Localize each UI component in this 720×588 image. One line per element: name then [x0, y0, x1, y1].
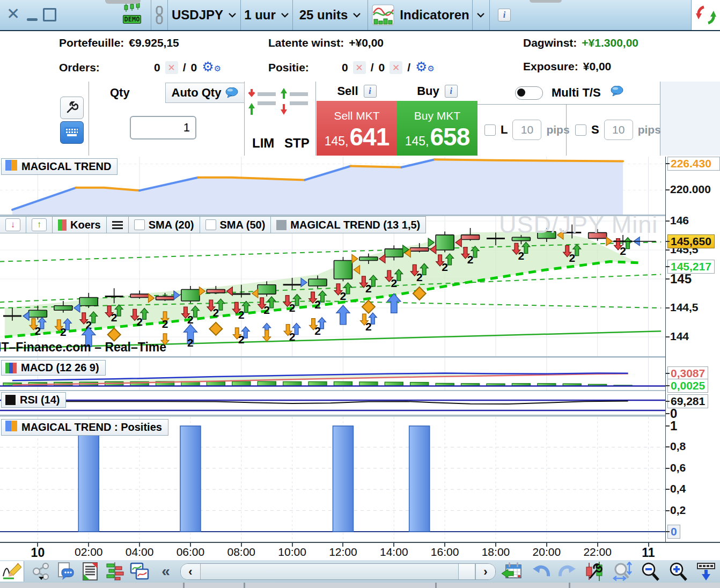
auto-qty-tab[interactable]: Auto Qty — [165, 83, 245, 103]
collapse-toolbar-button[interactable]: « — [157, 561, 175, 582]
lim-label[interactable]: LIM — [252, 136, 274, 151]
zoom-out-button[interactable] — [640, 561, 661, 582]
sma20-checkbox[interactable] — [134, 219, 145, 230]
time-axis-label: 02:00 — [75, 546, 103, 558]
koers-legend-item[interactable]: Koers — [53, 217, 107, 233]
stop-pips-cell: S pips — [575, 104, 661, 156]
chart-settings-button[interactable] — [584, 561, 605, 582]
svg-text:2: 2 — [467, 253, 474, 266]
keyboard-button[interactable] — [60, 121, 84, 144]
svg-text:2: 2 — [263, 304, 270, 316]
wrench-candles-icon — [585, 562, 604, 581]
chart-list-button[interactable] — [107, 217, 129, 233]
units-dropdown[interactable]: 25 units — [292, 0, 368, 30]
list-icon — [112, 219, 123, 231]
close-position-button-2[interactable]: ✕ — [390, 61, 402, 74]
sell-market-button[interactable]: Sell MKT 145,641 — [317, 101, 397, 156]
draw-tools-button[interactable] — [0, 561, 24, 582]
magical-trend-price-legend-item[interactable]: MAGICAL TREND (13 1,5) — [271, 217, 425, 233]
rsi-legend[interactable]: RSI (14) — [1, 392, 66, 408]
link-button[interactable] — [151, 0, 167, 30]
stop-checkbox[interactable] — [575, 124, 586, 136]
info-button[interactable]: i — [494, 0, 515, 30]
svg-text:2: 2 — [60, 326, 67, 338]
positions-legend[interactable]: MAGICAL TREND : Posities — [1, 419, 168, 436]
chevron-down-icon — [229, 13, 236, 18]
position-field: Positie: 0 ✕ / 0 ✕ / ⚙⚙ — [268, 60, 435, 75]
orders-settings-button[interactable]: ⚙⚙ — [202, 60, 221, 75]
order-book-button[interactable] — [104, 561, 126, 582]
stop-order-icon[interactable] — [280, 88, 311, 116]
stp-label[interactable]: STP — [284, 136, 310, 151]
scrollbar-track[interactable] — [201, 564, 458, 579]
buy-market-button[interactable]: Buy MKT 145,658 — [397, 101, 477, 156]
redo-button[interactable] — [557, 561, 578, 582]
svg-text:2: 2 — [289, 302, 296, 314]
svg-text:2: 2 — [187, 313, 194, 326]
svg-text:2: 2 — [238, 333, 245, 346]
bottom-toolbar: « ‹ › — [0, 559, 720, 583]
sell-info-icon[interactable]: i — [364, 85, 377, 98]
latent-profit-field: Latente winst: +¥0,00 — [268, 36, 384, 49]
indicators-button[interactable]: Indicatoren — [370, 0, 471, 30]
rsi-chart[interactable] — [0, 391, 665, 415]
scroll-left-button[interactable]: ‹ — [181, 564, 201, 579]
limit-order-icon[interactable] — [248, 88, 279, 116]
share-button[interactable] — [30, 561, 52, 582]
instrument-dropdown[interactable]: USDJPY — [167, 0, 240, 30]
position-settings-button[interactable]: ⚙⚙ — [415, 60, 435, 75]
stop-pips-input[interactable] — [604, 120, 633, 140]
zoom-in-button[interactable] — [667, 561, 689, 582]
sma50-legend-item[interactable]: SMA (50) — [200, 217, 271, 233]
indicators-expand-button[interactable] — [472, 0, 489, 30]
magical-trend-legend[interactable]: MAGICAL TREND — [1, 158, 117, 175]
time-axis-label: 10:00 — [278, 546, 306, 558]
svg-text:2: 2 — [213, 306, 219, 319]
scroll-right-button[interactable]: › — [475, 564, 495, 579]
positions-legend-label: MAGICAL TREND : Posities — [21, 421, 162, 433]
news-button[interactable] — [79, 561, 101, 582]
qty-input[interactable] — [130, 116, 196, 139]
close-position-button[interactable]: ✕ — [353, 61, 366, 74]
cancel-orders-button[interactable]: ✕ — [165, 61, 178, 74]
link-icon — [155, 6, 164, 24]
undo-button[interactable] — [530, 561, 552, 582]
svg-text:2: 2 — [340, 290, 347, 302]
sell-shortcut-button[interactable]: ↓ — [0, 217, 26, 233]
draw-chart-icon — [2, 562, 21, 580]
refresh-button[interactable] — [691, 0, 720, 30]
price-axis[interactable]: 226.430220.000146145,5145,650145,2171451… — [665, 157, 720, 542]
macd-legend[interactable]: MACD (12 26 9) — [1, 360, 106, 376]
buy-info-icon[interactable]: i — [445, 85, 458, 98]
chart-scrollbar[interactable]: ‹ › — [180, 563, 496, 580]
duplicate-chart-button[interactable] — [129, 561, 150, 582]
portfolio-label: Portefeuille: — [59, 36, 124, 49]
price-chart-legend: ↓ ↑ Koers SMA (20) SMA (50) MAGICAL TREN… — [0, 216, 426, 233]
export-data-button[interactable] — [695, 561, 717, 582]
sma50-checkbox[interactable] — [205, 219, 216, 230]
slash: / — [407, 61, 410, 74]
orders-label: Orders: — [59, 61, 149, 74]
window-minimize-button[interactable] — [27, 18, 38, 21]
multi-ts-toggle[interactable] — [515, 86, 543, 100]
window-close-button[interactable]: ✕ — [6, 4, 20, 23]
time-axis-label: 08:00 — [227, 546, 255, 558]
zoom-fit-button[interactable] — [612, 561, 633, 582]
price-axis-label: 145 — [670, 271, 692, 286]
window-maximize-button[interactable] — [43, 8, 56, 21]
sell-mkt-label: Sell MKT — [317, 109, 397, 122]
day-profit-value: +¥1.300,00 — [582, 36, 638, 49]
qty-label: Qty — [110, 86, 130, 100]
trade-settings-button[interactable] — [60, 97, 84, 119]
svg-text:2: 2 — [111, 311, 117, 324]
go-to-date-button[interactable] — [501, 561, 523, 582]
chat-button[interactable] — [55, 561, 76, 582]
limit-pips-input[interactable] — [512, 120, 541, 140]
time-axis[interactable]: 1002:0004:0006:0008:0010:0012:0014:0016:… — [0, 542, 720, 560]
sma20-legend-item[interactable]: SMA (20) — [129, 217, 200, 233]
wrench-icon — [65, 101, 78, 114]
scrollbar-thumb[interactable] — [458, 564, 475, 579]
buy-shortcut-button[interactable]: ↑ — [26, 217, 53, 233]
limit-checkbox[interactable] — [484, 124, 496, 136]
timeframe-dropdown[interactable]: 1 uur — [240, 0, 292, 30]
